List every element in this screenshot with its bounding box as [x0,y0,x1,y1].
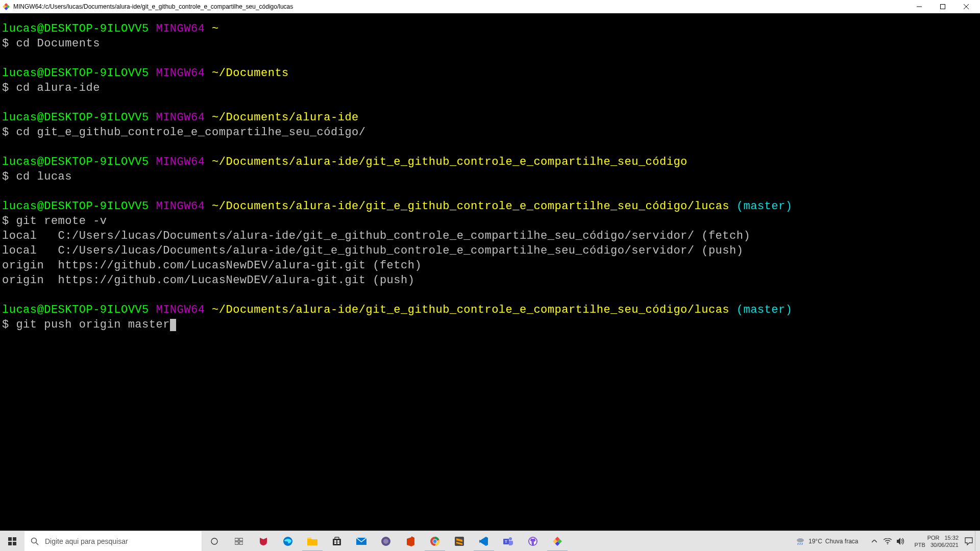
minimize-button[interactable] [908,0,931,13]
firefox-icon[interactable] [374,531,398,552]
svg-rect-10 [8,542,12,545]
svg-line-43 [798,543,798,545]
search-placeholder: Digite aqui para pesquisar [45,537,128,545]
taskbar: Digite aqui para pesquisar [0,531,980,551]
github-desktop-icon[interactable] [521,531,545,552]
svg-rect-24 [337,540,339,542]
window-controls [908,0,978,13]
search-icon [31,537,39,545]
svg-rect-8 [8,537,12,541]
tray-chevron-icon[interactable] [869,536,880,547]
svg-point-29 [383,539,388,544]
notifications-button[interactable] [963,531,975,552]
weather-icon [795,536,805,546]
svg-rect-9 [13,537,16,541]
mail-icon[interactable] [349,531,374,552]
close-button[interactable] [954,0,978,13]
time: 15:32 [944,534,959,541]
edge-icon[interactable] [276,531,300,552]
terminal-area[interactable]: lucas@DESKTOP-9ILOVV5 MINGW64 ~$ cd Docu… [0,13,980,531]
app-icon [2,3,10,11]
svg-rect-25 [334,542,336,544]
office-icon[interactable] [398,531,423,552]
svg-rect-21 [333,539,341,545]
mcafee-icon[interactable] [251,531,276,552]
kb-lang: POR [927,534,940,541]
svg-rect-22 [335,537,339,539]
kb-layout: PTB [915,541,925,548]
clock[interactable]: POR 15:32 PTB 30/06/2021 [911,534,963,548]
svg-rect-18 [239,542,243,544]
window-title-bar: MINGW64:/c/Users/lucas/Documents/alura-i… [0,0,980,13]
svg-rect-23 [334,540,336,542]
wifi-icon[interactable] [882,536,893,547]
svg-point-32 [433,539,437,543]
svg-rect-20 [307,537,311,539]
task-icons: T [202,531,570,552]
svg-rect-26 [337,542,339,544]
system-tray: 19°C Chuva fraca POR 15:32 PTB 30/06/202… [789,531,980,552]
svg-rect-11 [13,542,16,545]
svg-point-12 [32,538,37,543]
svg-point-36 [509,537,512,540]
task-view-button[interactable] [202,531,227,552]
start-button[interactable] [0,531,24,552]
sublime-icon[interactable] [447,531,472,552]
svg-point-14 [211,538,217,544]
chrome-icon[interactable] [423,531,447,552]
svg-point-42 [797,538,804,542]
weather-temp: 19°C [808,538,822,545]
window-title: MINGW64:/c/Users/lucas/Documents/alura-i… [13,3,908,10]
file-explorer-icon[interactable] [300,531,325,552]
microsoft-store-icon[interactable] [325,531,349,552]
teams-icon[interactable]: T [496,531,521,552]
vscode-icon[interactable] [472,531,496,552]
volume-icon[interactable] [895,536,906,547]
weather-desc: Chuva fraca [825,538,859,545]
search-input[interactable]: Digite aqui para pesquisar [24,531,202,552]
svg-line-44 [800,543,800,545]
svg-rect-17 [235,542,238,544]
git-bash-icon[interactable] [545,531,570,552]
svg-text:T: T [505,539,507,544]
cortana-button[interactable] [227,531,251,552]
svg-rect-5 [941,5,945,9]
svg-line-13 [36,542,39,545]
svg-rect-15 [235,538,238,541]
svg-line-45 [802,543,802,545]
maximize-button[interactable] [931,0,954,13]
svg-point-46 [887,543,888,544]
svg-rect-33 [455,537,464,546]
date: 30/06/2021 [930,541,959,548]
svg-rect-16 [239,538,243,541]
show-desktop-button[interactable] [975,531,978,552]
weather-widget[interactable]: 19°C Chuva fraca [789,536,865,546]
